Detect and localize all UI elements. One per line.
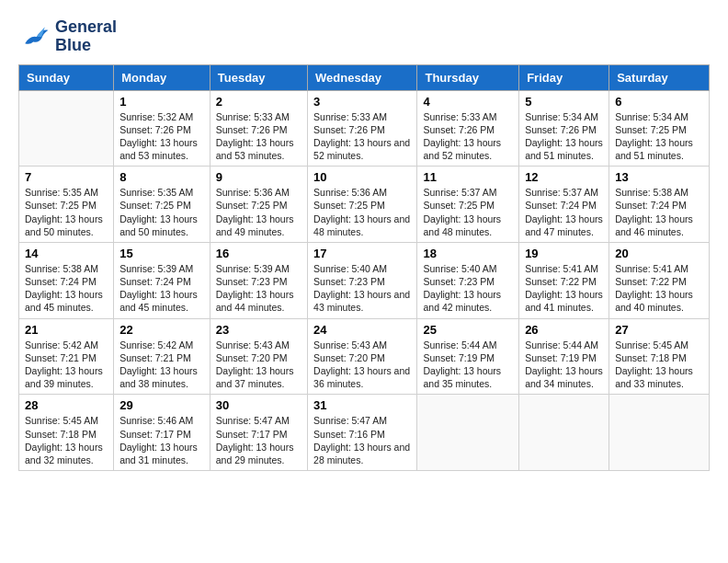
week-row: 21 Sunrise: 5:42 AM Sunset: 7:21 PM Dayl… <box>19 318 710 395</box>
logo: General Blue <box>18 18 117 55</box>
cell-content: Sunrise: 5:35 AM Sunset: 7:25 PM Dayligh… <box>25 186 108 238</box>
cell-content: Sunrise: 5:46 AM Sunset: 7:17 PM Dayligh… <box>119 414 204 466</box>
day-number: 27 <box>615 323 703 337</box>
calendar-cell: 14 Sunrise: 5:38 AM Sunset: 7:24 PM Dayl… <box>19 242 114 318</box>
logo-icon <box>18 20 51 53</box>
logo-text: General Blue <box>55 18 117 55</box>
cell-content: Sunrise: 5:47 AM Sunset: 7:17 PM Dayligh… <box>216 414 301 466</box>
day-number: 12 <box>525 170 603 184</box>
day-number: 2 <box>216 95 301 109</box>
cell-content: Sunrise: 5:43 AM Sunset: 7:20 PM Dayligh… <box>216 339 301 391</box>
cell-content: Sunrise: 5:47 AM Sunset: 7:16 PM Dayligh… <box>313 414 411 466</box>
day-number: 28 <box>25 398 108 412</box>
calendar-cell: 15 Sunrise: 5:39 AM Sunset: 7:24 PM Dayl… <box>114 242 210 318</box>
calendar-cell: 6 Sunrise: 5:34 AM Sunset: 7:25 PM Dayli… <box>609 90 710 167</box>
calendar-cell: 22 Sunrise: 5:42 AM Sunset: 7:21 PM Dayl… <box>114 318 210 395</box>
cell-content: Sunrise: 5:34 AM Sunset: 7:26 PM Dayligh… <box>525 110 603 163</box>
calendar-cell: 12 Sunrise: 5:37 AM Sunset: 7:24 PM Dayl… <box>519 167 609 243</box>
day-number: 3 <box>313 95 411 109</box>
cell-content: Sunrise: 5:44 AM Sunset: 7:19 PM Dayligh… <box>525 339 603 391</box>
cell-content: Sunrise: 5:39 AM Sunset: 7:24 PM Dayligh… <box>119 262 204 315</box>
cell-content: Sunrise: 5:37 AM Sunset: 7:24 PM Dayligh… <box>525 186 603 238</box>
cell-content: Sunrise: 5:35 AM Sunset: 7:25 PM Dayligh… <box>119 186 204 238</box>
cell-content: Sunrise: 5:32 AM Sunset: 7:26 PM Dayligh… <box>119 110 204 163</box>
col-header-thursday: Thursday <box>417 64 519 90</box>
cell-content: Sunrise: 5:42 AM Sunset: 7:21 PM Dayligh… <box>25 339 108 391</box>
cell-content: Sunrise: 5:41 AM Sunset: 7:22 PM Dayligh… <box>615 262 703 315</box>
cell-content: Sunrise: 5:39 AM Sunset: 7:23 PM Dayligh… <box>216 262 301 315</box>
calendar-cell <box>519 395 609 471</box>
day-number: 31 <box>313 398 411 412</box>
calendar-cell: 27 Sunrise: 5:45 AM Sunset: 7:18 PM Dayl… <box>609 318 710 395</box>
week-row: 28 Sunrise: 5:45 AM Sunset: 7:18 PM Dayl… <box>19 395 710 471</box>
page-header: General Blue <box>18 18 710 55</box>
calendar-cell: 10 Sunrise: 5:36 AM Sunset: 7:25 PM Dayl… <box>308 167 417 243</box>
calendar-cell <box>609 395 710 471</box>
cell-content: Sunrise: 5:38 AM Sunset: 7:24 PM Dayligh… <box>615 186 703 238</box>
cell-content: Sunrise: 5:33 AM Sunset: 7:26 PM Dayligh… <box>423 110 513 163</box>
calendar-cell: 28 Sunrise: 5:45 AM Sunset: 7:18 PM Dayl… <box>19 395 114 471</box>
col-header-sunday: Sunday <box>19 64 114 90</box>
calendar-cell: 25 Sunrise: 5:44 AM Sunset: 7:19 PM Dayl… <box>417 318 519 395</box>
calendar-cell: 9 Sunrise: 5:36 AM Sunset: 7:25 PM Dayli… <box>210 167 307 243</box>
cell-content: Sunrise: 5:34 AM Sunset: 7:25 PM Dayligh… <box>615 110 703 163</box>
cell-content: Sunrise: 5:43 AM Sunset: 7:20 PM Dayligh… <box>313 339 411 391</box>
calendar-cell: 1 Sunrise: 5:32 AM Sunset: 7:26 PM Dayli… <box>114 90 210 167</box>
day-number: 29 <box>119 398 204 412</box>
calendar-cell: 23 Sunrise: 5:43 AM Sunset: 7:20 PM Dayl… <box>210 318 307 395</box>
col-header-friday: Friday <box>519 64 609 90</box>
day-number: 16 <box>216 247 301 260</box>
day-number: 30 <box>216 398 301 412</box>
week-row: 14 Sunrise: 5:38 AM Sunset: 7:24 PM Dayl… <box>19 242 710 318</box>
calendar-cell <box>19 90 114 167</box>
calendar-cell: 18 Sunrise: 5:40 AM Sunset: 7:23 PM Dayl… <box>417 242 519 318</box>
calendar-cell: 2 Sunrise: 5:33 AM Sunset: 7:26 PM Dayli… <box>210 90 307 167</box>
calendar-cell: 16 Sunrise: 5:39 AM Sunset: 7:23 PM Dayl… <box>210 242 307 318</box>
calendar-cell: 7 Sunrise: 5:35 AM Sunset: 7:25 PM Dayli… <box>19 167 114 243</box>
day-number: 23 <box>216 323 301 337</box>
calendar-cell: 30 Sunrise: 5:47 AM Sunset: 7:17 PM Dayl… <box>210 395 307 471</box>
day-number: 10 <box>313 170 411 184</box>
week-row: 7 Sunrise: 5:35 AM Sunset: 7:25 PM Dayli… <box>19 167 710 243</box>
day-number: 20 <box>615 247 703 260</box>
day-number: 7 <box>25 170 108 184</box>
week-row: 1 Sunrise: 5:32 AM Sunset: 7:26 PM Dayli… <box>19 90 710 167</box>
cell-content: Sunrise: 5:45 AM Sunset: 7:18 PM Dayligh… <box>25 414 108 466</box>
day-number: 21 <box>25 323 108 337</box>
calendar-cell: 3 Sunrise: 5:33 AM Sunset: 7:26 PM Dayli… <box>308 90 417 167</box>
day-number: 11 <box>423 170 513 184</box>
day-number: 1 <box>119 95 204 109</box>
calendar-cell: 8 Sunrise: 5:35 AM Sunset: 7:25 PM Dayli… <box>114 167 210 243</box>
day-number: 15 <box>119 247 204 260</box>
day-number: 24 <box>313 323 411 337</box>
day-number: 26 <box>525 323 603 337</box>
calendar-cell: 24 Sunrise: 5:43 AM Sunset: 7:20 PM Dayl… <box>308 318 417 395</box>
cell-content: Sunrise: 5:38 AM Sunset: 7:24 PM Dayligh… <box>25 262 108 315</box>
day-number: 9 <box>216 170 301 184</box>
calendar-cell: 31 Sunrise: 5:47 AM Sunset: 7:16 PM Dayl… <box>308 395 417 471</box>
cell-content: Sunrise: 5:44 AM Sunset: 7:19 PM Dayligh… <box>423 339 513 391</box>
calendar-cell: 5 Sunrise: 5:34 AM Sunset: 7:26 PM Dayli… <box>519 90 609 167</box>
cell-content: Sunrise: 5:33 AM Sunset: 7:26 PM Dayligh… <box>216 110 301 163</box>
day-number: 4 <box>423 95 513 109</box>
cell-content: Sunrise: 5:36 AM Sunset: 7:25 PM Dayligh… <box>313 186 411 238</box>
day-number: 18 <box>423 247 513 260</box>
day-number: 25 <box>423 323 513 337</box>
calendar-cell: 29 Sunrise: 5:46 AM Sunset: 7:17 PM Dayl… <box>114 395 210 471</box>
calendar-cell: 13 Sunrise: 5:38 AM Sunset: 7:24 PM Dayl… <box>609 167 710 243</box>
cell-content: Sunrise: 5:40 AM Sunset: 7:23 PM Dayligh… <box>313 262 411 315</box>
col-header-saturday: Saturday <box>609 64 710 90</box>
calendar-cell: 17 Sunrise: 5:40 AM Sunset: 7:23 PM Dayl… <box>308 242 417 318</box>
day-number: 5 <box>525 95 603 109</box>
cell-content: Sunrise: 5:41 AM Sunset: 7:22 PM Dayligh… <box>525 262 603 315</box>
day-number: 8 <box>119 170 204 184</box>
day-number: 13 <box>615 170 703 184</box>
day-number: 22 <box>119 323 204 337</box>
col-header-tuesday: Tuesday <box>210 64 307 90</box>
cell-content: Sunrise: 5:33 AM Sunset: 7:26 PM Dayligh… <box>313 110 411 163</box>
day-number: 17 <box>313 247 411 260</box>
calendar-cell: 4 Sunrise: 5:33 AM Sunset: 7:26 PM Dayli… <box>417 90 519 167</box>
cell-content: Sunrise: 5:37 AM Sunset: 7:25 PM Dayligh… <box>423 186 513 238</box>
cell-content: Sunrise: 5:45 AM Sunset: 7:18 PM Dayligh… <box>615 339 703 391</box>
cell-content: Sunrise: 5:42 AM Sunset: 7:21 PM Dayligh… <box>119 339 204 391</box>
